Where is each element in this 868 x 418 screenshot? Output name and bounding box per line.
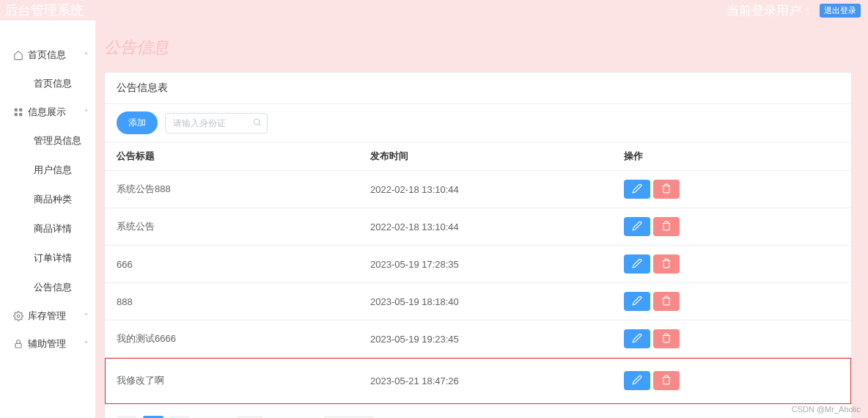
- trash-icon: [661, 221, 672, 233]
- main-content: 公告信息 公告信息表 添加 公告标题 发布时间 操作 系统公告88: [95, 21, 868, 418]
- svg-rect-3: [19, 113, 22, 116]
- sidebar-group-info[interactable]: 信息展示 ˄: [0, 98, 95, 126]
- current-user-label: 当前登录用户：: [727, 2, 814, 19]
- search-input[interactable]: [165, 113, 268, 133]
- trash-icon: [661, 183, 672, 196]
- sidebar-group-label: 库存管理: [28, 309, 66, 323]
- pencil-icon: [632, 375, 642, 387]
- header: 后台管理系统 当前登录用户： 退出登录: [0, 0, 868, 21]
- lock-icon: [13, 339, 23, 349]
- delete-button[interactable]: [653, 254, 680, 274]
- sidebar-item-admin[interactable]: 管理员信息: [0, 126, 95, 155]
- cell-actions: [612, 320, 851, 358]
- trash-icon: [661, 375, 672, 387]
- sidebar-group-label: 辅助管理: [28, 337, 66, 351]
- sidebar: 首页信息 ˄ 首页信息 信息展示 ˄ 管理员信息 用户信息 商品种类 商品详情 …: [0, 21, 95, 418]
- pencil-icon: [632, 333, 642, 345]
- cell-actions: [612, 208, 851, 246]
- col-title: 公告标题: [105, 142, 358, 171]
- system-title: 后台管理系统: [4, 1, 84, 19]
- grid-icon: [13, 107, 23, 117]
- chevron-down-icon: ˅: [84, 312, 88, 320]
- chevron-down-icon: ˅: [84, 340, 88, 348]
- edit-button[interactable]: [624, 329, 650, 348]
- delete-button[interactable]: [653, 292, 680, 311]
- gear-icon: [13, 311, 23, 321]
- cell-actions: [612, 358, 851, 404]
- cell-title: 888: [105, 283, 358, 320]
- home-icon: [13, 50, 23, 60]
- cell-time: 2023-05-19 17:28:35: [358, 246, 612, 283]
- sidebar-item-order[interactable]: 订单详情: [0, 243, 95, 273]
- sidebar-group-aux[interactable]: 辅助管理 ˅: [0, 330, 95, 358]
- sidebar-item-category[interactable]: 商品种类: [0, 185, 95, 214]
- col-action: 操作: [612, 142, 851, 171]
- svg-rect-1: [19, 109, 22, 111]
- svg-point-4: [17, 315, 20, 318]
- svg-rect-0: [15, 109, 18, 111]
- pencil-icon: [632, 221, 642, 233]
- cell-title: 我的测试6666: [105, 320, 358, 358]
- edit-button[interactable]: [624, 217, 650, 236]
- cell-title: 666: [105, 246, 358, 283]
- cell-time: 2022-02-18 13:10:44: [358, 208, 612, 246]
- sidebar-group-stock[interactable]: 库存管理 ˅: [0, 302, 95, 330]
- cell-time: 2023-05-21 18:47:26: [358, 358, 612, 404]
- table-row: 我的测试66662023-05-19 19:23:45: [105, 320, 851, 358]
- table-row: 系统公告2022-02-18 13:10:44: [105, 208, 851, 246]
- table-row: 系统公告8882022-02-18 13:10:44: [105, 171, 851, 208]
- header-right: 当前登录用户： 退出登录: [727, 2, 861, 19]
- sidebar-group-label: 首页信息: [28, 48, 66, 62]
- cell-time: 2023-05-19 19:23:45: [358, 320, 612, 358]
- edit-button[interactable]: [624, 371, 650, 390]
- edit-button[interactable]: [624, 180, 650, 199]
- chevron-up-icon: ˄: [84, 51, 88, 59]
- trash-icon: [661, 333, 672, 345]
- sidebar-group-home[interactable]: 首页信息 ˄: [0, 41, 95, 69]
- edit-button[interactable]: [624, 292, 650, 311]
- delete-button[interactable]: [653, 371, 680, 390]
- cell-title: 系统公告888: [105, 171, 358, 208]
- delete-button[interactable]: [653, 217, 680, 236]
- trash-icon: [661, 296, 672, 308]
- toolbar: 添加: [105, 104, 851, 142]
- sidebar-group-label: 信息展示: [28, 106, 66, 119]
- table-row: 8882023-05-19 18:18:40: [105, 283, 851, 320]
- pencil-icon: [632, 258, 642, 271]
- trash-icon: [661, 258, 672, 271]
- page-title: 公告信息: [104, 37, 852, 59]
- sidebar-item-product[interactable]: 商品详情: [0, 214, 95, 243]
- svg-rect-5: [15, 343, 21, 348]
- notice-table: 公告标题 发布时间 操作 系统公告8882022-02-18 13:10:44系…: [105, 142, 851, 404]
- edit-button[interactable]: [624, 254, 650, 274]
- cell-actions: [612, 171, 851, 208]
- cell-time: 2023-05-19 18:18:40: [358, 283, 612, 320]
- cell-title: 系统公告: [105, 208, 358, 246]
- cell-time: 2022-02-18 13:10:44: [358, 171, 612, 208]
- sidebar-item-user[interactable]: 用户信息: [0, 155, 95, 185]
- card: 公告信息表 添加 公告标题 发布时间 操作 系统公告8882022-02-18 …: [104, 72, 852, 418]
- table-row: 6662023-05-19 17:28:35: [105, 246, 851, 283]
- pencil-icon: [632, 296, 642, 308]
- cell-title: 我修改了啊: [105, 358, 358, 404]
- card-title: 公告信息表: [105, 73, 851, 104]
- cell-actions: [612, 283, 851, 320]
- logout-button[interactable]: 退出登录: [820, 4, 861, 18]
- pencil-icon: [632, 183, 642, 196]
- delete-button[interactable]: [653, 180, 680, 199]
- delete-button[interactable]: [653, 329, 680, 348]
- sidebar-item-home[interactable]: 首页信息: [0, 69, 95, 98]
- cell-actions: [612, 246, 851, 283]
- add-button[interactable]: 添加: [117, 111, 158, 134]
- sidebar-item-notice[interactable]: 公告信息: [0, 273, 95, 302]
- svg-rect-2: [15, 113, 18, 116]
- table-row: 我修改了啊2023-05-21 18:47:26: [105, 358, 851, 404]
- col-time: 发布时间: [358, 142, 612, 171]
- pagination: 1 前往 页共 6 条 6条/页: [105, 404, 851, 418]
- chevron-up-icon: ˄: [84, 109, 88, 117]
